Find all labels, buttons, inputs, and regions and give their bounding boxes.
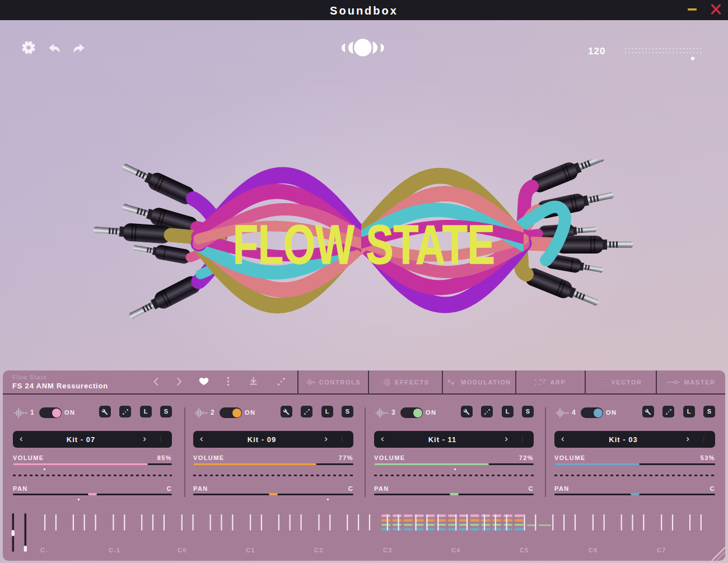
svg-text:FLOW STATE: FLOW STATE [233,213,495,275]
